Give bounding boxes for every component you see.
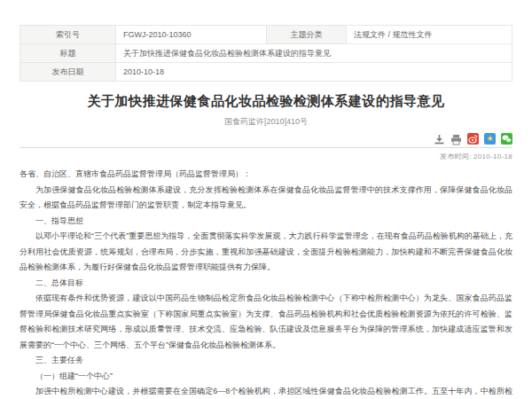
wechat-share-icon[interactable] [501,133,512,145]
topic-category-value: 法规文件 / 规范性文件 [347,26,512,44]
table-row: 索引号 FGWJ-2010-10360 主题分类 法规文件 / 规范性文件 [20,26,512,44]
publish-time: 发布时间: 2010-10-18 [20,152,512,161]
page-title: 关于加快推进保健食品化妆品检验检测体系建设的指导意见 [20,93,512,110]
article-body: 各省、自治区、直辖市食品药品监督管理局（药品监督管理局）： 为加强保健食品化妆品… [20,167,512,399]
table-row: 发布日期 2010-10-18 [20,63,512,82]
section-1-paragraph: 以邓小平理论和“三个代表”重要思想为指导，全面贯彻落实科学发展观，大力践行科学监… [20,229,512,276]
publish-date-label: 发布日期 [20,63,116,82]
title-value: 关于加快推进保健食品化妆品检验检测体系建设的指导意见 [116,44,512,63]
weibo-share-icon[interactable] [467,133,479,145]
section-2-paragraph: 依据现有条件和优势资源，建设以中国药品生物制品检定所食品化妆品检验检测中心（下称… [20,291,512,353]
section-heading-3: 三、主要任务 [20,353,512,369]
document-page: 索引号 FGWJ-2010-10360 主题分类 法规文件 / 规范性文件 标题… [0,0,532,399]
metadata-table: 索引号 FGWJ-2010-10360 主题分类 法规文件 / 规范性文件 标题… [20,25,512,82]
print-icon[interactable] [450,133,462,145]
publish-date-value: 2010-10-18 [116,63,512,82]
download-icon[interactable] [434,133,445,145]
section-heading-2: 二、总体目标 [20,276,512,292]
table-row: 标题 关于加快推进保健食品化妆品检验检测体系建设的指导意见 [20,44,512,63]
document-number: 国食药监许[2010]410号 [20,116,512,128]
publish-time-label: 发布时间: [440,153,472,160]
qzone-share-icon[interactable]: ★ [484,133,496,145]
index-number-label: 索引号 [20,26,116,44]
section-heading-1: 一、指导思想 [20,214,512,230]
share-toolbar: ★ [20,135,512,148]
salutation: 各省、自治区、直辖市食品药品监督管理局（药品监督管理局）： [20,167,512,183]
title-label: 标题 [20,44,116,63]
section-3-subheading: （一）组建“一个中心” [20,369,512,385]
intro-paragraph: 为加强保健食品化妆品检验检测体系建设，充分发挥检验检测体系在保健食品化妆品监督管… [20,183,512,214]
index-number-value: FGWJ-2010-10360 [116,26,267,44]
topic-category-label: 主题分类 [267,26,347,44]
section-3-paragraph: 加强中检所检测中心建设，并根据需要在全国确定6—8个检验机构，承担区域性保健食品… [20,384,512,399]
publish-time-value: 2010-10-18 [473,153,512,160]
